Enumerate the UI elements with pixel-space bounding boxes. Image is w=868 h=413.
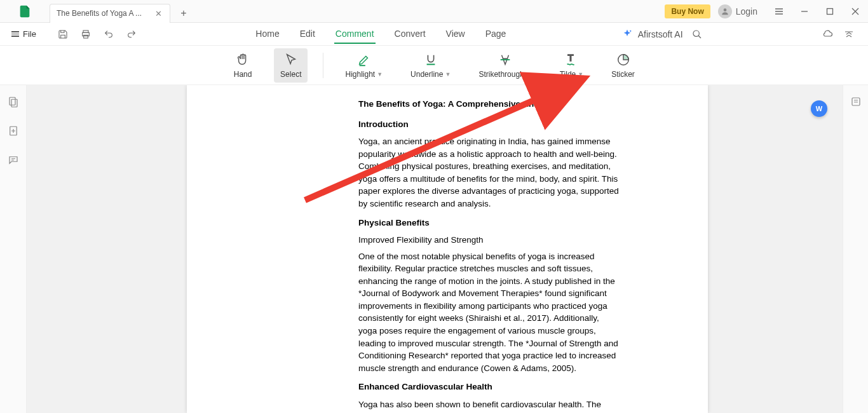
menu-edit[interactable]: Edit bbox=[299, 25, 316, 44]
svg-point-0 bbox=[723, 8, 726, 11]
menu-comment[interactable]: Comment bbox=[334, 25, 376, 44]
save-icon[interactable] bbox=[54, 25, 72, 43]
hamburger-icon bbox=[11, 31, 19, 37]
doc-paragraph: Yoga, an ancient practice originating in… bbox=[358, 135, 619, 210]
minimize-icon[interactable] bbox=[792, 0, 817, 23]
highlight-label: Highlight bbox=[345, 70, 375, 79]
hand-tool[interactable]: Hand bbox=[227, 48, 259, 83]
doc-paragraph: One of the most notable physical benefit… bbox=[358, 250, 619, 375]
sticker-label: Sticker bbox=[611, 70, 635, 79]
right-menu-icons bbox=[820, 27, 862, 42]
ai-label: Afirstsoft AI bbox=[638, 29, 683, 39]
svg-rect-12 bbox=[852, 98, 860, 105]
menu-view[interactable]: View bbox=[445, 25, 466, 44]
new-tab-button[interactable]: + bbox=[174, 4, 193, 23]
menu-bar: File Home Edit Comment Convert View Page… bbox=[0, 23, 868, 46]
select-label: Select bbox=[280, 70, 301, 79]
doc-title: The Benefits of Yoga: A Comprehensive An… bbox=[358, 98, 619, 111]
underline-tool[interactable]: Underline▼ bbox=[404, 48, 457, 83]
tilde-icon: T bbox=[564, 52, 579, 67]
doc-heading-physical: Physical Benefits bbox=[358, 217, 619, 229]
window-controls bbox=[766, 0, 868, 23]
hand-icon bbox=[235, 52, 250, 67]
search-icon[interactable] bbox=[688, 25, 706, 43]
title-bar: The Benefits of Yoga A ... ✕ + Buy Now L… bbox=[0, 0, 868, 23]
svg-point-6 bbox=[693, 30, 699, 36]
tilde-label: Tilde bbox=[560, 70, 576, 79]
word-export-badge[interactable]: W bbox=[811, 100, 827, 117]
tab-title: The Benefits of Yoga A ... bbox=[57, 9, 153, 18]
doc-heading-cardio: Enhanced Cardiovascular Health bbox=[358, 381, 619, 393]
chevron-down-icon[interactable]: ▼ bbox=[377, 71, 383, 78]
quick-access-toolbar bbox=[54, 25, 140, 43]
strikethrough-icon bbox=[498, 52, 513, 67]
doc-subheading-flexibility: Improved Flexibility and Strength bbox=[358, 234, 619, 247]
file-label: File bbox=[23, 29, 36, 39]
thumbnails-icon[interactable] bbox=[6, 94, 21, 109]
print-icon[interactable] bbox=[77, 25, 95, 43]
strikethrough-label: Strikethrough bbox=[478, 70, 524, 79]
main-menu: Home Edit Comment Convert View Page bbox=[254, 25, 507, 44]
doc-paragraph: Yoga has also been shown to benefit card… bbox=[358, 398, 619, 413]
sticker-icon bbox=[616, 52, 631, 67]
svg-text:T: T bbox=[568, 53, 574, 63]
close-icon[interactable]: ✕ bbox=[153, 8, 163, 18]
file-menu[interactable]: File bbox=[6, 27, 41, 41]
document-canvas[interactable]: The Benefits of Yoga: A Comprehensive An… bbox=[27, 85, 868, 413]
app-logo-icon bbox=[18, 4, 32, 18]
chevron-down-icon[interactable]: ▼ bbox=[526, 71, 532, 78]
hamburger-menu-icon[interactable] bbox=[766, 0, 792, 23]
add-page-icon[interactable] bbox=[6, 123, 21, 139]
highlight-icon bbox=[356, 52, 372, 67]
comment-toolbar: Hand Select Highlight▼ Underline▼ Strike… bbox=[0, 46, 868, 85]
collapse-icon[interactable] bbox=[841, 27, 857, 42]
svg-rect-1 bbox=[827, 8, 833, 14]
close-window-icon[interactable] bbox=[843, 0, 868, 23]
document-page: The Benefits of Yoga: A Comprehensive An… bbox=[187, 85, 708, 413]
undo-icon[interactable] bbox=[100, 25, 118, 43]
ai-button[interactable]: Afirstsoft AI bbox=[621, 29, 683, 40]
chevron-down-icon[interactable]: ▼ bbox=[578, 71, 583, 78]
select-tool[interactable]: Select bbox=[274, 48, 308, 83]
maximize-icon[interactable] bbox=[817, 0, 843, 23]
underline-label: Underline bbox=[410, 70, 443, 79]
sparkle-icon bbox=[621, 29, 633, 40]
svg-rect-4 bbox=[84, 35, 88, 38]
right-sidebar bbox=[843, 85, 868, 413]
login-label: Login bbox=[736, 6, 757, 17]
svg-rect-10 bbox=[11, 99, 17, 107]
svg-rect-9 bbox=[10, 97, 15, 105]
left-sidebar bbox=[0, 85, 27, 413]
app-logo bbox=[0, 4, 50, 18]
avatar-icon bbox=[718, 4, 732, 18]
menu-page[interactable]: Page bbox=[484, 25, 508, 44]
toolbar-separator bbox=[323, 53, 323, 78]
svg-point-5 bbox=[630, 30, 631, 31]
redo-icon[interactable] bbox=[123, 25, 140, 43]
workspace: The Benefits of Yoga: A Comprehensive An… bbox=[0, 85, 868, 413]
buy-now-button[interactable]: Buy Now bbox=[665, 4, 710, 18]
menu-convert[interactable]: Convert bbox=[393, 25, 427, 44]
menu-home[interactable]: Home bbox=[254, 25, 280, 44]
underline-icon bbox=[423, 52, 438, 67]
highlight-tool[interactable]: Highlight▼ bbox=[339, 48, 389, 83]
properties-icon[interactable] bbox=[848, 94, 864, 109]
comments-icon[interactable] bbox=[6, 152, 21, 168]
cursor-icon bbox=[283, 52, 299, 67]
strikethrough-tool[interactable]: Strikethrough▼ bbox=[472, 48, 538, 83]
tilde-tool[interactable]: T Tilde▼ bbox=[553, 48, 590, 83]
document-tab[interactable]: The Benefits of Yoga A ... ✕ bbox=[50, 4, 170, 23]
hand-label: Hand bbox=[234, 70, 252, 79]
chevron-down-icon[interactable]: ▼ bbox=[445, 71, 451, 78]
doc-heading-intro: Introduction bbox=[358, 118, 619, 131]
sticker-tool[interactable]: Sticker bbox=[605, 48, 641, 83]
login-button[interactable]: Login bbox=[718, 4, 757, 18]
cloud-icon[interactable] bbox=[820, 27, 835, 42]
